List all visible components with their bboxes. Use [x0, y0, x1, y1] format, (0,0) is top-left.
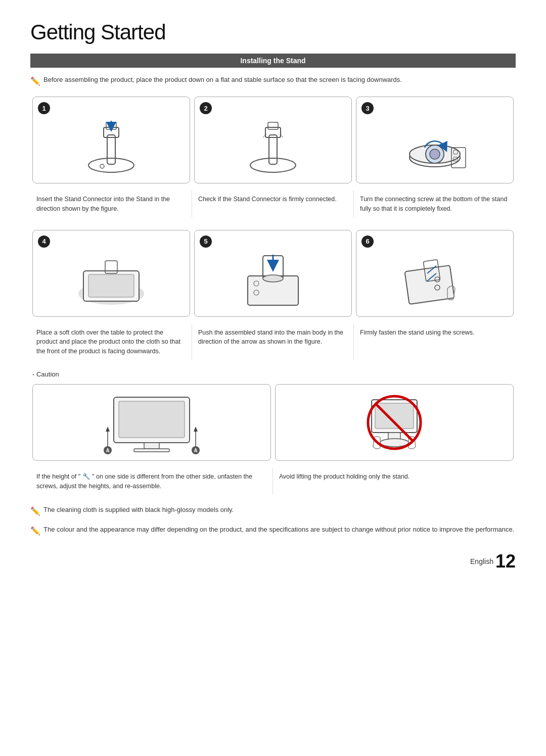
footer-notes: ✏️ The cleaning cloth is supplied with b…	[30, 505, 516, 537]
note-icon-2: ✏️	[30, 525, 40, 537]
step-number-4: 4	[38, 235, 50, 248]
caution-image-2	[281, 390, 508, 455]
step-desc-4: Place a soft cloth over the table to pro…	[30, 324, 192, 360]
caution-desc-1: If the height of " 🔧 " on one side is di…	[30, 468, 273, 495]
step-cell-3: 3	[356, 97, 514, 183]
step-desc-2: Check if the Stand Connector is firmly c…	[192, 191, 354, 218]
caution-desc-2: Avoid lifting the product holding only t…	[273, 468, 516, 495]
caution-cell-2	[275, 384, 514, 461]
page-title: Getting Started	[30, 20, 516, 44]
svg-point-25	[263, 275, 283, 282]
step-cell-1: 1	[32, 97, 190, 183]
steps-grid-bottom: 4 5	[30, 228, 516, 319]
svg-point-0	[88, 158, 134, 172]
svg-text:A: A	[106, 448, 109, 453]
step-number-2: 2	[200, 102, 212, 114]
svg-rect-37	[144, 443, 159, 449]
svg-rect-21	[88, 274, 134, 297]
page-number: 12	[495, 552, 516, 571]
footer-note-2: ✏️ The colour and the appearance may dif…	[30, 525, 516, 537]
step-number-3: 3	[361, 102, 374, 114]
step-image-4	[38, 251, 185, 311]
note-icon-1: ✏️	[30, 505, 40, 517]
svg-rect-1	[107, 135, 115, 164]
steps-grid-top: 1 2	[30, 94, 516, 185]
step-image-5	[200, 251, 346, 311]
svg-text:A: A	[194, 448, 197, 453]
svg-point-6	[250, 158, 296, 172]
svg-point-15	[430, 149, 440, 159]
step-cell-6: 6	[356, 230, 514, 317]
step-image-6	[361, 251, 508, 311]
caution-desc-row: If the height of " 🔧 " on one side is di…	[30, 468, 516, 495]
step-image-1	[38, 117, 185, 178]
intro-note: ✏️ Before assembling the product, place …	[30, 75, 516, 87]
caution-label: - Caution	[32, 370, 516, 378]
step-desc-row-top: Insert the Stand Connector into the Stan…	[30, 191, 516, 218]
step-desc-3: Turn the connecting screw at the bottom …	[354, 191, 516, 218]
step-desc-6: Firmly fasten the stand using the screws…	[354, 324, 516, 360]
svg-rect-48	[375, 403, 414, 429]
step-cell-5: 5	[194, 230, 352, 317]
step-desc-row-bottom: Place a soft cloth over the table to pro…	[30, 324, 516, 360]
svg-marker-44	[194, 427, 198, 432]
svg-rect-38	[134, 449, 169, 452]
caution-image-1: A A	[38, 390, 265, 455]
step-desc-5: Push the assembled stand into the main b…	[192, 324, 354, 360]
svg-point-5	[100, 164, 104, 168]
step-number-5: 5	[200, 235, 212, 248]
step-cell-4: 4	[32, 230, 190, 317]
caution-grid: A A	[30, 382, 516, 463]
note-icon: ✏️	[30, 75, 40, 87]
step-image-3	[361, 117, 508, 178]
svg-rect-9	[268, 122, 278, 129]
caution-cell-1: A A	[32, 384, 271, 461]
step-cell-2: 2	[194, 97, 352, 183]
english-label: English	[470, 557, 493, 565]
svg-marker-40	[106, 427, 110, 432]
step-number-1: 1	[38, 102, 50, 114]
step-desc-1: Insert the Stand Connector into the Stan…	[30, 191, 192, 218]
page-footer: English 12	[30, 552, 516, 571]
step-image-2	[200, 117, 346, 178]
step-number-6: 6	[361, 235, 374, 248]
svg-rect-36	[119, 401, 185, 438]
section-header: Installing the Stand	[30, 54, 516, 68]
footer-note-1: ✏️ The cleaning cloth is supplied with b…	[30, 505, 516, 517]
svg-rect-7	[269, 135, 277, 164]
